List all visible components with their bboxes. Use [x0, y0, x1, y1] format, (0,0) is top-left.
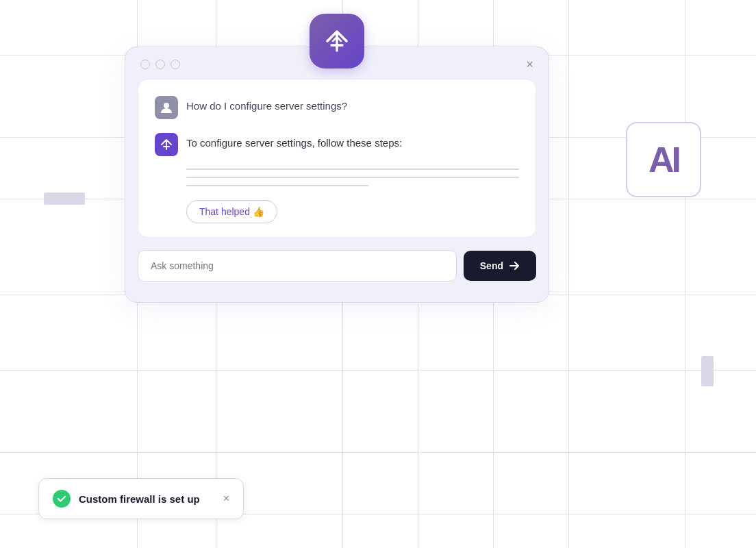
response-line-3: [186, 185, 369, 186]
svg-point-0: [164, 103, 169, 108]
response-lines: [155, 169, 519, 186]
that-helped-chip[interactable]: That helped 👍: [186, 200, 277, 223]
toast-success-icon: [53, 490, 71, 508]
chip-area: That helped 👍: [155, 200, 519, 223]
v-line: [568, 0, 569, 548]
window-dot-1[interactable]: [140, 60, 150, 69]
window-dot-3[interactable]: [171, 60, 180, 69]
close-button[interactable]: ×: [526, 58, 533, 71]
response-line-2: [186, 177, 519, 178]
ai-badge-label: AI: [648, 139, 679, 180]
bot-message: To configure server settings, follow the…: [155, 133, 519, 156]
bot-avatar: [155, 133, 178, 156]
toast-message: Custom firewall is set up: [79, 493, 215, 505]
user-icon: [160, 101, 173, 114]
chat-content: How do I configure server settings? To c…: [138, 79, 536, 238]
bot-message-text: To configure server settings, follow the…: [186, 133, 402, 149]
toast-close-button[interactable]: ×: [223, 493, 229, 504]
h-line: [0, 370, 756, 371]
h-line: [0, 452, 756, 453]
send-label: Send: [480, 260, 503, 271]
user-message: How do I configure server settings?: [155, 96, 519, 119]
connector-left: [44, 192, 85, 205]
toast-notification: Custom firewall is set up ×: [38, 478, 244, 519]
window-dot-2[interactable]: [155, 60, 165, 69]
user-avatar: [155, 96, 178, 119]
v-line: [685, 0, 685, 548]
chat-window: × How do I configure server settings? To…: [125, 47, 549, 303]
connector-right: [701, 356, 714, 386]
bot-icon: [160, 138, 173, 151]
chip-label: That helped 👍: [199, 206, 264, 217]
input-area: Send: [138, 250, 536, 282]
send-icon: [509, 260, 520, 271]
response-line-1: [186, 169, 519, 170]
window-controls: [140, 60, 180, 69]
chat-input[interactable]: [138, 250, 457, 282]
ai-badge: AI: [626, 122, 701, 197]
app-logo[interactable]: [310, 14, 364, 68]
checkmark-icon: [57, 494, 66, 503]
user-message-text: How do I configure server settings?: [186, 96, 347, 112]
send-button[interactable]: Send: [464, 251, 536, 281]
app-logo-icon: [322, 26, 352, 56]
